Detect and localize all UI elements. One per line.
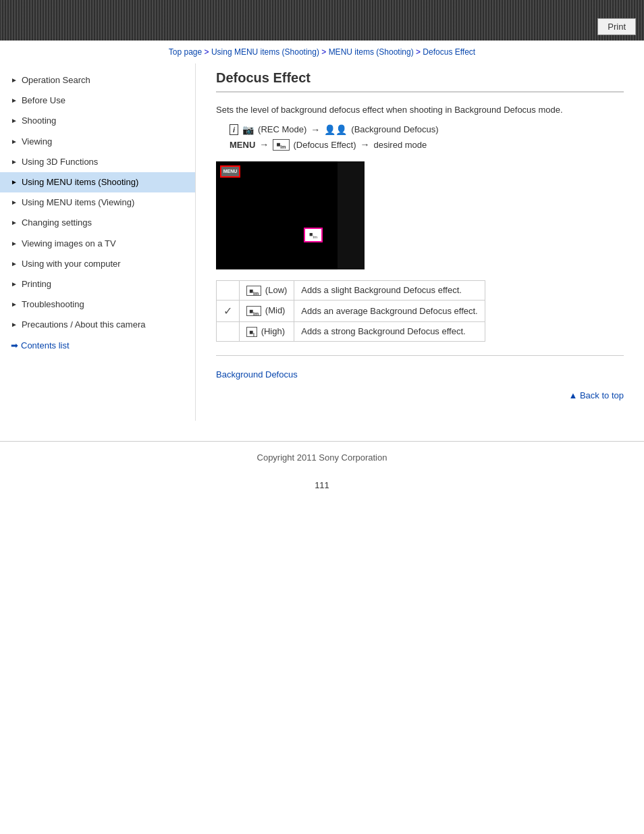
check-cell bbox=[217, 280, 240, 300]
sidebar-item-label: Shooting bbox=[22, 115, 56, 127]
sidebar-item-label: Before Use bbox=[22, 95, 65, 107]
icon-cell: ■lm (Low) bbox=[240, 280, 294, 300]
bg-defocus-icon: 👤👤 bbox=[324, 124, 347, 135]
camera-icon: 📷 bbox=[242, 124, 254, 135]
bottom-divider bbox=[216, 355, 624, 356]
high-icon: ■l bbox=[246, 327, 257, 337]
checkmark-icon: ✓ bbox=[223, 305, 232, 317]
arrow-icon: ► bbox=[11, 320, 18, 330]
arrow-icon: ► bbox=[11, 178, 18, 187]
sidebar-item-label: Viewing bbox=[22, 136, 52, 148]
breadcrumb-defocus-effect[interactable]: Defocus Effect bbox=[423, 47, 475, 57]
demo-menu-text: MENU bbox=[223, 169, 238, 174]
mid-icon: ■lm bbox=[246, 306, 261, 316]
sidebar-item-troubleshooting[interactable]: ► Troubleshooting bbox=[0, 294, 195, 315]
sidebar-item-viewing[interactable]: ► Viewing bbox=[0, 132, 195, 152]
main-description: Sets the level of background defocus eff… bbox=[216, 103, 624, 118]
menu-label: MENU bbox=[230, 140, 255, 150]
header-bar: Print bbox=[0, 0, 644, 41]
high-label: (High) bbox=[261, 326, 285, 336]
breadcrumb-top[interactable]: Top page bbox=[169, 47, 202, 57]
arrow-icon: ► bbox=[11, 198, 18, 207]
sidebar-item-label: Troubleshooting bbox=[22, 298, 84, 311]
demo-image-bg: MENU ■lm bbox=[216, 161, 365, 269]
footer: Copyright 2011 Sony Corporation bbox=[0, 441, 644, 473]
sidebar-item-label: Using 3D Functions bbox=[22, 156, 98, 168]
sidebar-item-precautions[interactable]: ► Precautions / About this camera bbox=[0, 315, 195, 335]
desired-mode-label: desired mode bbox=[373, 140, 427, 150]
sidebar-item-label: Using MENU items (Viewing) bbox=[22, 197, 134, 209]
arrow-icon: ► bbox=[11, 259, 18, 269]
arrow-icon: ► bbox=[11, 96, 18, 105]
rec-mode-icon: i bbox=[230, 124, 238, 135]
rec-mode-label: (REC Mode) bbox=[258, 124, 306, 134]
sidebar-item-viewing-on-tv[interactable]: ► Viewing images on a TV bbox=[0, 234, 195, 254]
low-icon: ■lm bbox=[246, 286, 261, 296]
check-cell bbox=[217, 321, 240, 341]
description-cell: Adds an average Background Defocus effec… bbox=[294, 300, 485, 321]
formula-menu: MENU → ■lm (Defocus Effect) → desired mo… bbox=[230, 139, 624, 151]
related-links-section: Background Defocus bbox=[216, 369, 624, 380]
arrow-icon: → bbox=[311, 124, 320, 135]
sidebar-item-label: Using MENU items (Shooting) bbox=[22, 176, 138, 188]
arrow-icon: ► bbox=[11, 157, 18, 167]
sidebar-item-3d-functions[interactable]: ► Using 3D Functions bbox=[0, 152, 195, 172]
sidebar-item-shooting[interactable]: ► Shooting bbox=[0, 111, 195, 131]
sidebar-item-label: Using with your computer bbox=[22, 258, 121, 270]
back-to-top-link[interactable]: ▲ Back to top bbox=[568, 390, 624, 400]
breadcrumb-using-menu-shooting[interactable]: Using MENU items (Shooting) bbox=[211, 47, 319, 57]
arrow-icon: → bbox=[360, 139, 369, 150]
description-cell: Adds a slight Background Defocus effect. bbox=[294, 280, 485, 300]
back-to-top: ▲ Back to top bbox=[216, 390, 624, 400]
copyright-text: Copyright 2011 Sony Corporation bbox=[257, 452, 387, 463]
icon-cell: ■l (High) bbox=[240, 321, 294, 341]
arrow-icon: ► bbox=[11, 300, 18, 309]
breadcrumb: Top page > Using MENU items (Shooting) >… bbox=[0, 41, 644, 63]
breadcrumb-menu-items-shooting[interactable]: MENU items (Shooting) bbox=[329, 47, 414, 57]
main-content: Defocus Effect Sets the level of backgro… bbox=[196, 63, 644, 421]
demo-icon-inner: ■lm bbox=[309, 231, 317, 239]
print-button[interactable]: Print bbox=[597, 18, 636, 35]
sidebar-item-using-menu-shooting[interactable]: ► Using MENU items (Shooting) bbox=[0, 172, 195, 192]
arrow-icon: ► bbox=[11, 218, 18, 228]
demo-menu-box: MENU bbox=[220, 165, 240, 178]
sidebar-item-using-with-computer[interactable]: ► Using with your computer bbox=[0, 254, 195, 274]
sidebar-item-before-use[interactable]: ► Before Use bbox=[0, 90, 195, 111]
demo-defocus-icon-box: ■lm bbox=[304, 228, 323, 242]
bg-defocus-label: (Background Defocus) bbox=[351, 124, 438, 134]
sidebar-item-label: Precautions / About this camera bbox=[22, 319, 146, 331]
icon-cell: ■lm (Mid) bbox=[240, 300, 294, 321]
arrow-icon: ► bbox=[11, 239, 18, 249]
arrow-icon: ► bbox=[11, 76, 18, 85]
arrow-icon: ► bbox=[11, 116, 18, 126]
description-cell: Adds a strong Background Defocus effect. bbox=[294, 321, 485, 341]
defocus-effect-label: (Defocus Effect) bbox=[294, 140, 356, 150]
low-label: (Low) bbox=[265, 285, 288, 295]
demo-black-right bbox=[338, 161, 365, 269]
sidebar-item-label: Changing settings bbox=[22, 217, 92, 229]
page-title: Defocus Effect bbox=[216, 70, 624, 93]
page-layout: ► Operation Search ► Before Use ► Shooti… bbox=[0, 63, 644, 421]
contents-list-link[interactable]: ➡ Contents list bbox=[0, 335, 195, 356]
demo-image: MENU ■lm bbox=[216, 161, 365, 269]
sidebar: ► Operation Search ► Before Use ► Shooti… bbox=[0, 63, 196, 421]
background-defocus-link[interactable]: Background Defocus bbox=[216, 369, 298, 380]
sidebar-item-printing[interactable]: ► Printing bbox=[0, 274, 195, 294]
page-number: 111 bbox=[0, 473, 644, 497]
sidebar-item-changing-settings[interactable]: ► Changing settings bbox=[0, 213, 195, 233]
sidebar-item-label: Printing bbox=[22, 278, 51, 290]
contents-list-label: Contents list bbox=[21, 340, 70, 350]
sidebar-item-label: Viewing images on a TV bbox=[22, 238, 116, 250]
defocus-table: ■lm (Low) Adds a slight Background Defoc… bbox=[216, 280, 485, 342]
defocus-effect-icon: ■lm bbox=[273, 139, 289, 151]
table-row: ■lm (Low) Adds a slight Background Defoc… bbox=[217, 280, 485, 300]
sidebar-item-using-menu-viewing[interactable]: ► Using MENU items (Viewing) bbox=[0, 192, 195, 213]
arrow-icon: → bbox=[259, 139, 269, 150]
table-row: ■l (High) Adds a strong Background Defoc… bbox=[217, 321, 485, 341]
table-row: ✓ ■lm (Mid) Adds an average Background D… bbox=[217, 300, 485, 321]
sidebar-item-operation-search[interactable]: ► Operation Search bbox=[0, 70, 195, 90]
arrow-icon: ► bbox=[11, 137, 18, 147]
arrow-icon: ► bbox=[11, 280, 18, 289]
mid-label: (Mid) bbox=[265, 305, 286, 315]
check-cell: ✓ bbox=[217, 300, 240, 321]
